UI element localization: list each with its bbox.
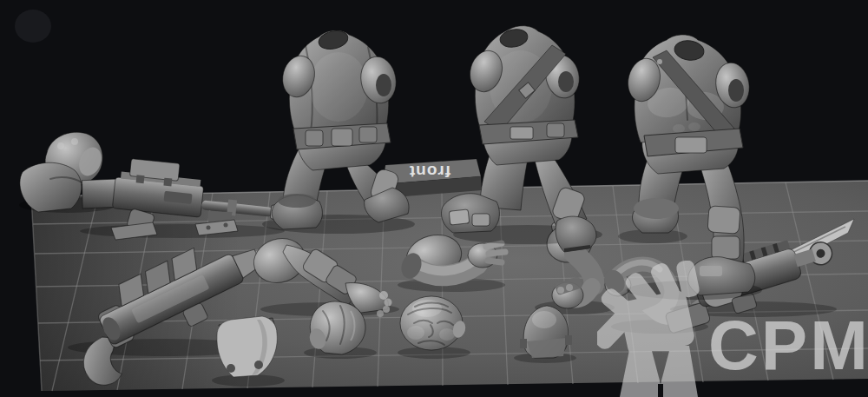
front-label-text: front	[409, 162, 450, 181]
sculpt-viewport[interactable]: front	[0, 0, 868, 397]
raised-fist-icon	[597, 261, 713, 397]
background-smudge	[15, 10, 51, 43]
sculpt-canvas[interactable]: front	[0, 0, 868, 397]
watermark-text: CPM	[708, 307, 868, 384]
